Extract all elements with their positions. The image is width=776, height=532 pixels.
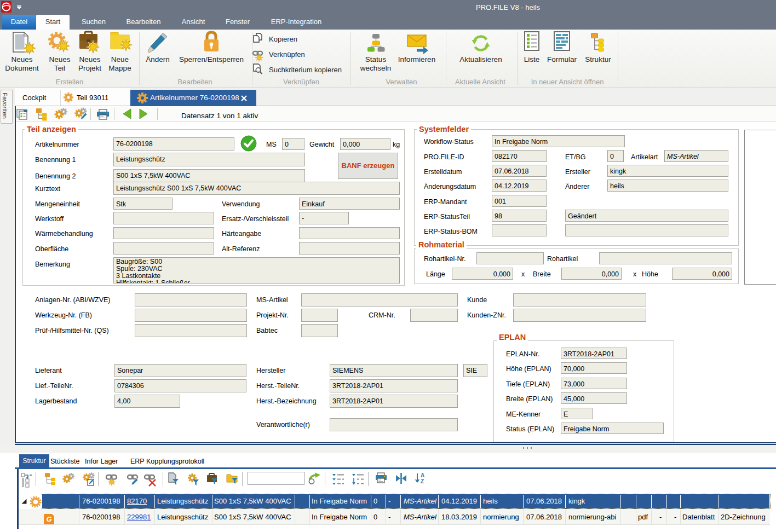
svg-text:Z: Z <box>421 478 424 484</box>
svg-text:A: A <box>421 472 424 478</box>
